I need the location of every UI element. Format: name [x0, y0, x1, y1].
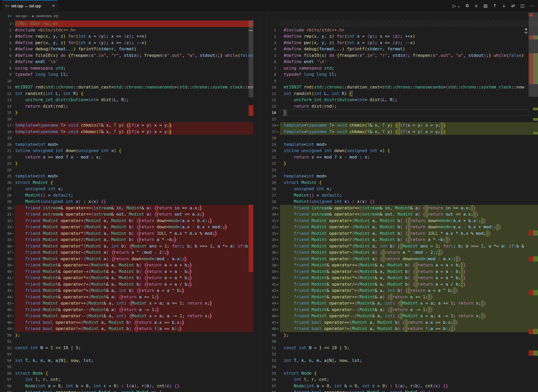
code-line[interactable]: 18: [265, 135, 538, 141]
code-line[interactable]: 50};: [0, 332, 253, 339]
code-line[interactable]: 9typedef long long ll;: [0, 71, 253, 78]
code-line[interactable]: 35− friend Modint operator/(Modint a, Mo…: [0, 237, 253, 243]
code-line[interactable]: 24template<int mod>: [265, 173, 538, 180]
code-line[interactable]: 33+ friend Modint operator*(Modint a, Mo…: [265, 230, 538, 237]
code-line[interactable]: 45− friend Modint operator++(Modint& a, …: [0, 300, 253, 307]
code-line[interactable]: 43+ friend Modint& operator++(Modint& a)…: [265, 294, 538, 300]
code-line[interactable]: 33− friend Modint operator-(Modint a, Mo…: [0, 224, 253, 230]
code-line[interactable]: 30+ friend ostream& operator<<(ostream& …: [265, 211, 538, 218]
code-line[interactable]: 42− friend Modint& operator/=(Modint& a,…: [0, 281, 253, 288]
code-line[interactable]: 55struct Node {: [265, 370, 538, 377]
code-line[interactable]: 4#define debug(format...) fprintf(stderr…: [265, 46, 538, 52]
code-line[interactable]: 42+ friend Modint& operator^=(Modint& a,…: [265, 287, 538, 294]
code-line[interactable]: 31− friend ostream& operator<<(ostream& …: [0, 211, 253, 218]
next-change-icon[interactable]: ↓: [502, 3, 506, 8]
code-line[interactable]: 29 Modint(unsigned int x) : x(x) {}: [0, 198, 253, 205]
code-line[interactable]: 36+ friend Modint operator~(Modint a) { …: [265, 249, 538, 256]
code-line[interactable]: 53int T, k, n, m, a[N], now, lst;: [265, 357, 538, 364]
more-actions-icon[interactable]: ⋯: [530, 3, 534, 8]
code-line[interactable]: 49− friend bool operator!=(Modint a, Mod…: [0, 326, 253, 332]
code-line[interactable]: 14 return dist(rnd);: [0, 103, 253, 110]
code-line[interactable]: 55: [0, 364, 253, 370]
code-line[interactable]: 5#define debug(format...) fprintf(stderr…: [0, 46, 253, 52]
code-line[interactable]: 50: [265, 338, 538, 345]
code-line[interactable]: 11mt19937 rnd(std::chrono::duration_cast…: [0, 84, 253, 91]
code-line[interactable]: 47+ friend bool operator==(Modint a, Mod…: [265, 319, 538, 326]
diff-pane-original[interactable]: 1−//By: OIer rui_er2#include <bits/stdc+…: [0, 20, 253, 392]
code-line[interactable]: 10mt19937 rnd(std::chrono::duration_cast…: [265, 84, 538, 91]
code-line[interactable]: 17+template<typename T> void chkmax(T& x…: [265, 129, 538, 135]
diff-pane-modified[interactable]: 1#include <bits/stdc++.h>2#define rep(x,…: [265, 20, 538, 392]
code-line[interactable]: 27 Modint() = default;: [265, 192, 538, 199]
code-line[interactable]: 32+ friend Modint operator-(Modint a, Mo…: [265, 224, 538, 230]
code-line[interactable]: 16+template<typename T> void chkmin(T& x…: [265, 122, 538, 129]
code-line[interactable]: 56 int l, r, cnt;: [265, 376, 538, 383]
code-line[interactable]: 53: [0, 351, 253, 357]
code-line[interactable]: 49};: [265, 332, 538, 339]
code-line[interactable]: 40− friend Modint& operator-=(Modint& a,…: [0, 269, 253, 275]
scrollbar-overview-ruler-right[interactable]: [529, 11, 538, 392]
code-line[interactable]: 14}: [265, 109, 538, 116]
swap-diff-sides-icon[interactable]: ⇄: [511, 3, 515, 8]
code-line[interactable]: 8typedef long long ll;: [265, 71, 538, 78]
code-line[interactable]: 40+ friend Modint& operator*=(Modint& a,…: [265, 275, 538, 281]
run-or-debug-icon[interactable]: ▷: [453, 3, 456, 8]
code-line[interactable]: 17−template<typename T> void chkmin(T& x…: [0, 122, 253, 129]
code-line[interactable]: 41− friend Modint& operator*=(Modint& a,…: [0, 275, 253, 281]
code-line[interactable]: 7using namespace std;: [265, 65, 538, 72]
code-line[interactable]: 31+ friend Modint operator+(Modint a, Mo…: [265, 218, 538, 224]
code-line[interactable]: 4#define per(x, y, z) for(int x = (y); x…: [0, 40, 253, 46]
code-line[interactable]: 51: [0, 338, 253, 345]
split-editor-icon[interactable]: ◫: [520, 3, 525, 8]
breadcrumb-symbol[interactable]: randint(int, int): [36, 14, 58, 18]
code-line[interactable]: 21inline unsigned int down(unsigned int …: [0, 148, 253, 154]
code-line[interactable]: 20inline unsigned int down(unsigned int …: [265, 148, 538, 154]
code-line[interactable]: 28 Modint() = default;: [0, 192, 253, 199]
tab-std-cpp-sol-cpp[interactable]: C+ std.cpp ↔ sol.cpp ×: [3, 0, 58, 11]
code-line[interactable]: 41+ friend Modint& operator/=(Modint& a,…: [265, 281, 538, 288]
collapse-unchanged-regions-icon[interactable]: ∨: [475, 3, 478, 8]
code-line[interactable]: 21 return x >= mod ? x - mod : x;: [265, 154, 538, 161]
code-line[interactable]: 11int randint(int L, int R) {: [265, 91, 538, 97]
code-line[interactable]: 23}: [0, 160, 253, 167]
code-line[interactable]: 13 return dist(rnd);: [265, 103, 538, 110]
code-line[interactable]: 6#define fileIO(s) do {freopen(s".in", "…: [0, 52, 253, 59]
code-line[interactable]: 57 Node(int a = 0, int b = 0, int c = 0)…: [265, 383, 538, 389]
code-line[interactable]: 25template<int mod>: [0, 173, 253, 180]
code-line[interactable]: 44− friend Modint& operator++(Modint& a)…: [0, 294, 253, 300]
code-line[interactable]: 22 return x >= mod ? x - mod : x;: [0, 154, 253, 161]
code-line[interactable]: 9: [265, 78, 538, 84]
code-line[interactable]: 5#define fileIO(s) do {freopen(s".in", "…: [265, 52, 538, 59]
code-line[interactable]: 54int T, k, n, m, a[N], now, lst;: [0, 357, 253, 364]
code-line[interactable]: 58 friend bool operator==(const Node& u,…: [265, 389, 538, 392]
code-line[interactable]: 13 uniform_int_distribution<int> dist(L,…: [0, 97, 253, 103]
code-line[interactable]: 56struct Node {: [0, 370, 253, 377]
code-line[interactable]: 24: [0, 167, 253, 173]
code-line[interactable]: 52const int N = 1 << 18 | 5;: [0, 345, 253, 351]
code-line[interactable]: 38+ friend Modint& operator+=(Modint& a,…: [265, 262, 538, 269]
code-line[interactable]: 8using namespace std;: [0, 65, 253, 72]
code-line[interactable]: 6#define endl '\n': [265, 59, 538, 65]
code-line[interactable]: 1#include <bits/stdc++.h>: [265, 27, 538, 33]
code-line[interactable]: 15}: [0, 109, 253, 116]
code-line[interactable]: 15: [265, 116, 538, 122]
code-line[interactable]: 1−//By: OIer rui_er: [0, 20, 253, 27]
code-line[interactable]: 59 friend bool operator==(const Node& u,…: [0, 389, 253, 392]
code-line[interactable]: 18−template<typename T> void chkmax(T& x…: [0, 129, 253, 135]
overview-ruler-left[interactable]: [249, 11, 253, 392]
code-line[interactable]: 20template<int mod>: [0, 141, 253, 148]
code-line[interactable]: 29+ friend istream& operator>>(istream& …: [265, 205, 538, 211]
code-line[interactable]: 37− friend Modint operator~(Modint a) {r…: [0, 249, 253, 256]
code-line[interactable]: 26 unsigned int x;: [265, 186, 538, 192]
code-line[interactable]: 30− friend istream& operator>>(istream& …: [0, 205, 253, 211]
code-line[interactable]: 37+ friend Modint operator-(Modint a) { …: [265, 256, 538, 262]
code-line[interactable]: 2#include <bits/stdc++.h>: [0, 27, 253, 33]
code-line[interactable]: 35+ friend Modint operator^(Modint a, in…: [265, 243, 538, 250]
diff-sash[interactable]: [264, 11, 264, 392]
code-line[interactable]: 26struct Modint {: [0, 180, 253, 186]
code-line[interactable]: 12 uniform_int_distribution<int> dist(L,…: [265, 97, 538, 103]
code-line[interactable]: 46+ friend Modint operator--(Modint& a, …: [265, 313, 538, 319]
code-line[interactable]: 16: [0, 116, 253, 122]
code-line[interactable]: 2#define rep(x, y, z) for(int x = (y); x…: [265, 33, 538, 40]
show-whole-file-icon[interactable]: ▤: [483, 3, 487, 8]
